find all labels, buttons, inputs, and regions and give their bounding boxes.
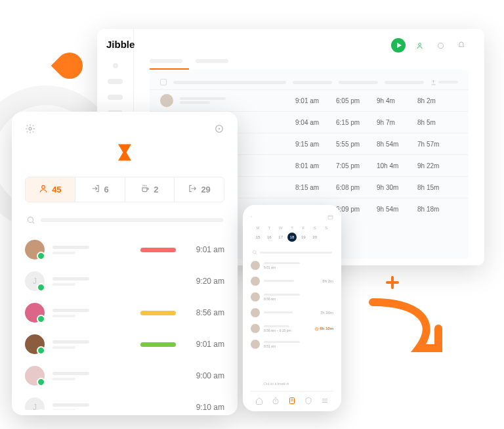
- calendar-date[interactable]: 15: [253, 233, 262, 242]
- desktop-table-row[interactable]: 9:01 am 6:05 pm 9h 4m 8h 2m: [150, 89, 469, 111]
- cell-tracked: 9h 4m: [377, 97, 417, 104]
- svg-rect-7: [328, 215, 333, 219]
- tablet-window: 456229 9:01 am J 9:20 am 8:56 am 9:01 am…: [12, 112, 238, 415]
- calendar-date[interactable]: [322, 233, 331, 242]
- phone-person-row[interactable]: 8:56 am – 6:15 pm 8h 10m: [251, 321, 333, 336]
- calendar-date[interactable]: 19: [299, 233, 308, 242]
- sidebar-nav-item[interactable]: [108, 95, 123, 100]
- calendar-date[interactable]: 18: [287, 233, 297, 242]
- bg-orange-hook: [56, 53, 96, 92]
- sidebar-nav-item[interactable]: [108, 79, 123, 84]
- break-icon: [140, 184, 150, 195]
- tablet-search[interactable]: [25, 213, 224, 227]
- cell-out: 6:08 pm: [336, 184, 377, 191]
- sidebar-nav-dot[interactable]: [113, 63, 118, 68]
- phone-person-row[interactable]: 8:56 am: [251, 289, 333, 305]
- status-tab-login[interactable]: 6: [75, 177, 125, 202]
- bell-icon[interactable]: [454, 38, 469, 53]
- svg-point-6: [28, 217, 33, 222]
- svg-point-8: [253, 250, 256, 254]
- tablet-people-list: 9:01 am J 9:20 am 8:56 am 9:01 am 9:00 a…: [25, 234, 224, 410]
- row-skeleton: [52, 246, 140, 254]
- status-tab-break[interactable]: 2: [125, 177, 175, 202]
- phone-person-row[interactable]: 7h 30m: [251, 305, 333, 321]
- avatar: [251, 340, 260, 349]
- row-body: 8:56 am – 6:15 pm: [264, 325, 310, 332]
- person-icon: [39, 184, 48, 195]
- target-icon[interactable]: [214, 124, 224, 136]
- tablet-person-row[interactable]: 9:00 am: [25, 360, 224, 392]
- cell-tracked: 9h 30m: [377, 184, 417, 191]
- svg-point-1: [438, 43, 443, 48]
- search-icon: [26, 215, 35, 225]
- timesheet-icon[interactable]: [288, 397, 296, 406]
- activity-bar: [140, 405, 176, 410]
- activity-bar: [140, 311, 176, 315]
- tablet-status-tabs: 456229: [25, 177, 224, 202]
- status-tab-person[interactable]: 45: [26, 177, 75, 202]
- tablet-top-bar: [25, 124, 224, 136]
- export-button[interactable]: [430, 79, 458, 85]
- settings-circle-icon[interactable]: [433, 38, 448, 53]
- phone-window: ‹ MTWTFSS 151617181920 9:01 am 8h 2m 8:5…: [243, 205, 341, 411]
- search-icon: [252, 250, 257, 255]
- avatar: [251, 292, 260, 302]
- svg-point-2: [29, 127, 32, 130]
- tablet-person-row[interactable]: 9:01 am: [25, 328, 224, 360]
- tablet-person-row[interactable]: J 9:20 am: [25, 265, 224, 297]
- shield-icon[interactable]: [304, 397, 312, 406]
- calendar-date[interactable]: 17: [276, 233, 285, 242]
- clock-in-time: 8:56 am: [188, 308, 224, 317]
- timer-icon[interactable]: [272, 397, 280, 406]
- calendar-date[interactable]: 20: [310, 233, 320, 242]
- avatar: [251, 308, 260, 317]
- phone-calendar-dates: 151617181920: [251, 230, 333, 247]
- avatar: [25, 303, 45, 323]
- tablet-person-row[interactable]: 8:56 am: [25, 297, 224, 328]
- phone-people-list: 9:01 am 8h 2m 8:56 am 7h 30m 8:56 am – 6…: [251, 258, 333, 380]
- gear-icon[interactable]: [25, 124, 35, 136]
- user-circle-icon[interactable]: [412, 38, 427, 53]
- desktop-tab[interactable]: [196, 59, 228, 63]
- cell-payable: 8h 18m: [417, 206, 458, 213]
- status-tab-logout[interactable]: 29: [175, 177, 224, 202]
- phone-person-row[interactable]: 8:51 am: [251, 336, 333, 352]
- activity-bar: [140, 248, 176, 252]
- cell-tracked: 8h 54m: [377, 141, 417, 148]
- calendar-date[interactable]: 16: [264, 233, 274, 242]
- avatar: [25, 334, 45, 354]
- cell-payable: 8h 2m: [417, 97, 458, 104]
- chevron-left-icon[interactable]: ‹: [251, 214, 252, 221]
- play-button[interactable]: [391, 38, 406, 53]
- desktop-top-actions: [150, 38, 469, 53]
- calendar-icon[interactable]: [327, 214, 333, 221]
- phone-search[interactable]: [251, 247, 333, 258]
- row-body: 8:56 am: [264, 294, 329, 301]
- login-icon: [91, 184, 100, 195]
- cell-payable: 7h 57m: [417, 141, 458, 148]
- svg-point-0: [418, 43, 421, 45]
- phone-top-bar: ‹: [251, 214, 333, 221]
- cell-in: 9:04 am: [295, 119, 336, 126]
- row-body: 8:51 am: [264, 341, 329, 348]
- cell-tracked: 9h 54m: [377, 206, 417, 213]
- clock-in-time: 9:01 am: [188, 340, 224, 349]
- phone-person-row[interactable]: 8h 2m: [251, 273, 333, 289]
- avatar: [251, 277, 260, 286]
- duration-label: 8h 2m: [322, 279, 333, 283]
- home-icon[interactable]: [255, 397, 263, 406]
- avatar: J: [25, 397, 45, 410]
- cell-out: 7:05 pm: [336, 162, 377, 169]
- cell-out: 6:15 pm: [336, 119, 377, 126]
- tablet-person-row[interactable]: 9:01 am: [25, 234, 224, 265]
- cell-payable: 8h 5m: [417, 119, 458, 126]
- row-body: 9:01 am: [264, 262, 329, 269]
- menu-icon[interactable]: [321, 397, 329, 406]
- desktop-tab[interactable]: [150, 59, 182, 63]
- row-body: [264, 280, 318, 283]
- row-body: [264, 311, 316, 315]
- duration-label: 8h 10m: [314, 327, 333, 331]
- phone-person-row[interactable]: 9:01 am: [251, 258, 333, 273]
- tablet-person-row[interactable]: J 9:10 am: [25, 392, 224, 410]
- checkbox-icon[interactable]: [160, 79, 167, 85]
